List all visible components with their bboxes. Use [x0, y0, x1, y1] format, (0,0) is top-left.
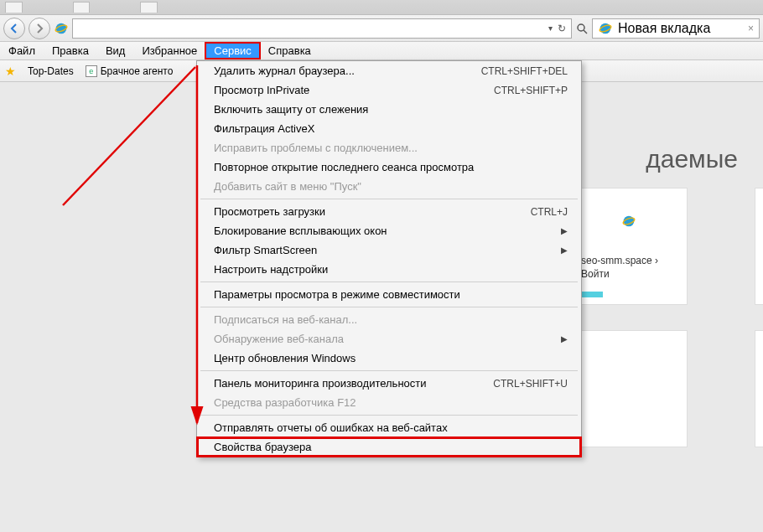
- menu-item: Обнаружение веб-канала▶: [197, 329, 581, 349]
- menu-item-label: Исправить проблемы с подключением...: [214, 142, 418, 154]
- menu-item-label: Средства разработчика F12: [214, 396, 356, 409]
- menu-item: Исправить проблемы с подключением...: [197, 138, 581, 158]
- frequent-tile[interactable]: seo-smm.space › Войти: [570, 188, 688, 305]
- submenu-arrow-icon: ▶: [561, 334, 568, 343]
- url-input[interactable]: ▾ ↻: [72, 18, 572, 39]
- menu-separator: [200, 370, 578, 371]
- menu-item[interactable]: Блокирование всплывающих окон▶: [197, 221, 581, 240]
- favorite-label: Top-Dates: [28, 65, 74, 77]
- ie-logo-icon: [598, 21, 613, 36]
- menu-item-label: Добавить сайт в меню "Пуск": [214, 180, 361, 193]
- menu-item-label: Просмотреть загрузки: [214, 205, 325, 218]
- frequent-tile[interactable]: СкаCh: [755, 188, 763, 305]
- menu-item: Средства разработчика F12: [197, 393, 581, 412]
- menu-item-label: Отправлять отчеты об ошибках на веб-сайт…: [214, 421, 448, 434]
- menu-shortcut: CTRL+SHIFT+U: [493, 378, 568, 390]
- menu-item-избранное[interactable]: Избранное: [133, 43, 205, 59]
- menu-item-label: Удалить журнал браузера...: [214, 65, 355, 77]
- menu-item[interactable]: Фильтрация ActiveX: [197, 119, 581, 138]
- refresh-icon[interactable]: ↻: [558, 23, 566, 34]
- menu-item[interactable]: Отправлять отчеты об ошибках на веб-сайт…: [197, 418, 581, 437]
- menu-item[interactable]: Включить защиту от слежения: [197, 100, 581, 119]
- svg-point-2: [578, 24, 584, 31]
- menu-item-label: Блокирование всплывающих окон: [214, 225, 387, 237]
- menu-separator: [200, 281, 578, 282]
- os-taskbar-strip: [0, 0, 763, 15]
- menu-item-label: Панель мониторинга производительности: [214, 377, 427, 390]
- favorites-star-icon[interactable]: ★: [5, 65, 16, 78]
- menu-item[interactable]: Фильтр SmartScreen▶: [197, 240, 581, 260]
- tile-accent-bar: [579, 292, 603, 297]
- submenu-arrow-icon: ▶: [561, 245, 568, 255]
- menu-bar: ФайлПравкаВидИзбранноеСервисСправка: [0, 42, 763, 60]
- menu-item-справка[interactable]: Справка: [260, 43, 319, 59]
- menu-item-label: Настроить надстройки: [214, 263, 328, 276]
- menu-item[interactable]: Центр обновления Windows: [197, 349, 581, 368]
- page-heading-fragment: даемые: [646, 145, 738, 173]
- url-dropdown-icon[interactable]: ▾: [548, 23, 553, 33]
- menu-item[interactable]: Свойства браузера: [197, 437, 581, 457]
- menu-separator: [200, 199, 578, 199]
- address-bar: ▾ ↻ Новая вкладка ×: [0, 15, 763, 42]
- menu-shortcut: CTRL+J: [531, 206, 568, 218]
- browser-tab[interactable]: Новая вкладка ×: [592, 18, 760, 39]
- menu-shortcut: CTRL+SHIFT+P: [494, 85, 568, 96]
- frequent-tile[interactable]: [570, 330, 688, 447]
- menu-item[interactable]: Просмотреть загрузкиCTRL+J: [197, 202, 581, 221]
- menu-item[interactable]: Удалить журнал браузера...CTRL+SHIFT+DEL: [197, 61, 581, 80]
- menu-item-правка[interactable]: Правка: [44, 43, 97, 59]
- favorite-link[interactable]: e Брачное агенто: [86, 65, 174, 77]
- menu-item[interactable]: Просмотр InPrivateCTRL+SHIFT+P: [197, 80, 581, 100]
- menu-separator: [200, 415, 578, 416]
- close-tab-icon[interactable]: ×: [748, 23, 754, 34]
- back-button[interactable]: [3, 18, 25, 39]
- svg-line-3: [584, 30, 587, 34]
- menu-item-сервис[interactable]: Сервис: [205, 43, 260, 59]
- forward-button[interactable]: [29, 18, 50, 39]
- menu-item: Подписаться на веб-канал...: [197, 310, 581, 329]
- menu-item[interactable]: Настроить надстройки: [197, 260, 581, 279]
- menu-shortcut: CTRL+SHIFT+DEL: [481, 65, 568, 77]
- ie-logo-icon: [611, 204, 646, 239]
- favorite-link[interactable]: Top-Dates: [28, 65, 74, 77]
- ie-logo-icon: [54, 21, 69, 36]
- menu-item-файл[interactable]: Файл: [0, 43, 44, 59]
- menu-item[interactable]: Параметры просмотра в режиме совместимос…: [197, 285, 581, 304]
- menu-item-label: Свойства браузера: [214, 441, 311, 453]
- menu-item-label: Просмотр InPrivate: [214, 84, 309, 96]
- tab-title: Новая вкладка: [618, 21, 710, 36]
- favorite-label: Брачное агенто: [101, 65, 174, 77]
- menu-item-label: Фильтр SmartScreen: [214, 244, 317, 256]
- tile-label: СкаCh: [755, 254, 763, 281]
- menu-item-label: Параметры просмотра в режиме совместимос…: [214, 288, 460, 301]
- page-icon: e: [86, 65, 97, 77]
- menu-item-label: Подписаться на веб-канал...: [214, 313, 357, 326]
- menu-item-label: Центр обновления Windows: [214, 352, 356, 364]
- menu-item-label: Фильтрация ActiveX: [214, 122, 314, 135]
- menu-item[interactable]: Повторное открытие последнего сеанса про…: [197, 158, 581, 177]
- submenu-arrow-icon: ▶: [561, 226, 568, 235]
- menu-item-label: Повторное открытие последнего сеанса про…: [214, 161, 474, 173]
- frequent-tile[interactable]: [755, 330, 763, 447]
- menu-item-label: Обнаружение веб-канала: [214, 333, 344, 345]
- menu-item-label: Включить защиту от слежения: [214, 103, 368, 116]
- chrome-icon: [755, 189, 763, 254]
- menu-item: Добавить сайт в меню "Пуск": [197, 177, 581, 196]
- search-icon[interactable]: [575, 18, 589, 39]
- menu-separator: [200, 307, 578, 307]
- menu-item-вид[interactable]: Вид: [97, 43, 134, 59]
- tile-label: seo-smm.space › Войти: [571, 254, 687, 281]
- menu-item[interactable]: Панель мониторинга производительностиCTR…: [197, 374, 581, 393]
- tools-dropdown-menu: Удалить журнал браузера...CTRL+SHIFT+DEL…: [196, 60, 582, 457]
